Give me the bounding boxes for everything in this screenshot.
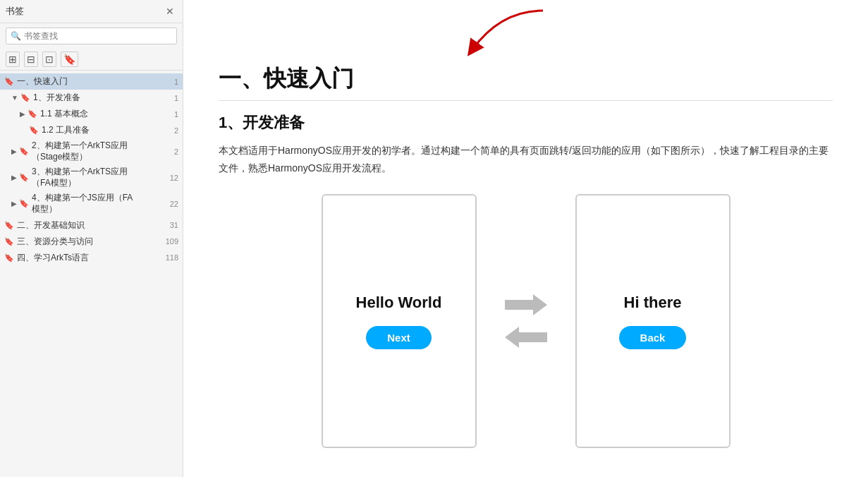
collapse-btn[interactable]: ⊟ (24, 52, 38, 67)
search-box[interactable]: 🔍 (6, 28, 177, 44)
sidebar-close-button[interactable]: ✕ (163, 4, 177, 18)
add-section-btn[interactable]: ⊞ (6, 52, 20, 67)
bookmark-item-label: 1.2 工具准备 (42, 124, 90, 136)
red-arrow-decoration (416, 4, 557, 60)
bookmark-item-label: 二、开发基础知识 (17, 219, 85, 231)
search-input[interactable] (24, 31, 172, 41)
bookmark-item-page: 31 (170, 221, 178, 229)
bookmark-item-basic-concepts[interactable]: ▶ 🔖 1.1 基本概念 1 (0, 106, 183, 122)
bookmark-flag-icon: 🔖 (4, 77, 14, 86)
expand-arrow-icon: ▶ (20, 110, 25, 118)
bookmark-item-page: 1 (174, 78, 178, 86)
phone1-label: Hello World (356, 294, 442, 312)
bookmark-flag-icon: 🔖 (20, 93, 30, 102)
expand-arrow-icon: ▼ (11, 94, 18, 102)
bookmark-item-basics[interactable]: 🔖 二、开发基础知识 31 (0, 217, 183, 234)
phone2-label: Hi there (624, 294, 682, 312)
phone-mockup-2: Hi there Back (575, 194, 731, 448)
section-description: 本文档适用于HarmonyOS应用开发的初学者。通过构建一个简单的具有页面跳转/… (219, 142, 833, 177)
bookmark-flag-icon: 🔖 (4, 237, 14, 246)
bookmark-flag-icon: 🔖 (19, 199, 29, 208)
bookmark-mode-btn[interactable]: 🔖 (61, 52, 78, 67)
expand-all-btn[interactable]: ⊡ (42, 52, 56, 67)
bookmark-toolbar: ⊞ ⊟ ⊡ 🔖 (0, 49, 183, 71)
navigation-arrows (505, 294, 547, 348)
arrow-right-icon (505, 294, 547, 315)
bookmark-item-devprep[interactable]: ▼ 🔖 1、开发准备 1 (0, 90, 183, 106)
bookmark-item-quickstart[interactable]: 🔖 一、快速入门 1 (0, 73, 183, 90)
bookmark-item-arkts-stage[interactable]: ▶ 🔖 2、构建第一个ArkTS应用（Stage模型） 2 (0, 138, 183, 164)
section-main-title: 一、快速入门 (219, 64, 833, 101)
sidebar-title: 书签 (6, 5, 24, 18)
search-icon: 🔍 (11, 31, 21, 41)
sidebar-header: 书签 ✕ (0, 0, 183, 23)
bookmark-item-arkts-lang[interactable]: 🔖 四、学习ArkTs语言 118 (0, 250, 183, 266)
bookmark-item-label: 四、学习ArkTs语言 (17, 252, 89, 264)
bookmark-item-tools[interactable]: 🔖 1.2 工具准备 2 (0, 122, 183, 138)
bookmark-item-label: 三、资源分类与访问 (17, 236, 93, 248)
main-content: 一、快速入门 1、开发准备 本文档适用于HarmonyOS应用开发的初学者。通过… (183, 0, 868, 477)
back-button[interactable]: Back (619, 326, 687, 349)
bookmark-flag-icon: 🔖 (19, 173, 29, 182)
expand-arrow-icon: ▶ (11, 200, 17, 207)
phone-mockup-1: Hello World Next (322, 194, 477, 448)
bookmark-flag-icon: 🔖 (19, 147, 29, 156)
bookmark-item-page: 2 (174, 126, 178, 135)
bookmark-flag-icon: 🔖 (29, 126, 39, 135)
bookmark-item-page: 2 (174, 147, 178, 156)
bookmark-flag-icon: 🔖 (4, 221, 14, 230)
bookmark-item-arkts-fa[interactable]: ▶ 🔖 3、构建第一个ArkTS应用（FA模型） 12 (0, 164, 183, 191)
bookmark-item-label: 1.1 基本概念 (40, 108, 88, 120)
bookmark-item-label: 一、快速入门 (17, 76, 68, 87)
bookmark-flag-icon: 🔖 (4, 253, 14, 262)
bookmark-item-label: 1、开发准备 (33, 92, 80, 104)
bookmark-item-page: 118 (166, 253, 178, 262)
svg-marker-0 (505, 294, 547, 315)
bookmark-item-label: 4、构建第一个JS应用（FA模型） (32, 193, 137, 215)
bookmark-item-page: 22 (170, 200, 178, 208)
bookmark-item-label: 2、构建第一个ArkTS应用（Stage模型） (32, 140, 137, 162)
expand-arrow-icon: ▶ (11, 174, 17, 181)
bookmark-item-js-fa[interactable]: ▶ 🔖 4、构建第一个JS应用（FA模型） 22 (0, 191, 183, 217)
next-button[interactable]: Next (366, 326, 432, 349)
bookmark-item-page: 1 (174, 110, 178, 119)
bookmark-flag-icon: 🔖 (27, 109, 37, 119)
bookmark-item-page: 1 (174, 94, 178, 102)
bookmark-item-label: 3、构建第一个ArkTS应用（FA模型） (32, 167, 137, 188)
expand-arrow-icon: ▶ (11, 147, 17, 155)
sidebar: 书签 ✕ 🔍 ⊞ ⊟ ⊡ 🔖 🔖 一、快速入门 1 ▼ 🔖 1、开发准备 1 ▶… (0, 0, 183, 477)
bookmark-list: 🔖 一、快速入门 1 ▼ 🔖 1、开发准备 1 ▶ 🔖 1.1 基本概念 1 🔖… (0, 71, 183, 477)
bookmark-item-page: 109 (166, 237, 178, 246)
phone-demo-area: Hello World Next Hi there Back (219, 194, 833, 448)
arrow-left-icon (505, 327, 547, 348)
bookmark-item-page: 12 (170, 174, 178, 182)
svg-marker-1 (505, 327, 547, 348)
bookmark-item-resources[interactable]: 🔖 三、资源分类与访问 109 (0, 234, 183, 250)
section-sub-title: 1、开发准备 (219, 112, 833, 133)
